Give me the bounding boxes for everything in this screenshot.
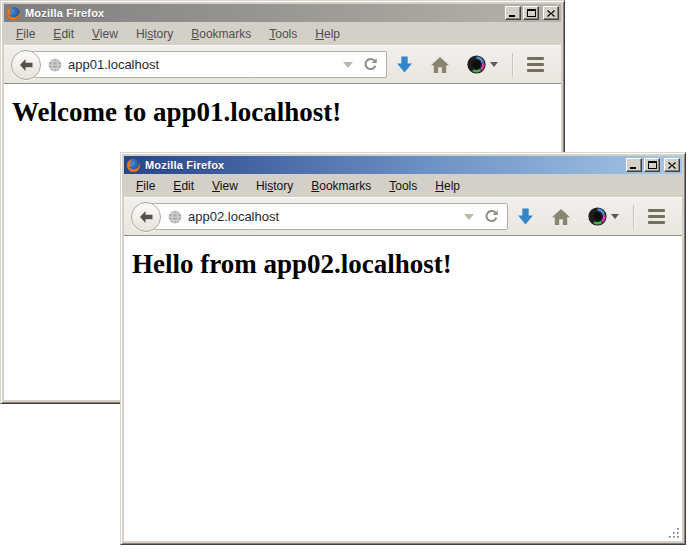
menu-history[interactable]: History xyxy=(247,177,302,196)
resize-grip[interactable] xyxy=(667,526,681,540)
menu-bookmarks[interactable]: Bookmarks xyxy=(182,25,260,44)
back-button[interactable] xyxy=(131,202,161,232)
urlbar-dropdown-icon[interactable] xyxy=(343,62,353,68)
minimize-button[interactable] xyxy=(626,158,642,172)
back-arrow-icon xyxy=(139,210,154,224)
menu-button[interactable] xyxy=(639,199,674,235)
reload-icon xyxy=(484,209,499,224)
reload-icon xyxy=(363,57,378,72)
urlbar-dropdown-icon[interactable] xyxy=(464,214,474,220)
back-button[interactable] xyxy=(11,50,41,80)
home-button[interactable] xyxy=(422,47,458,83)
download-arrow-icon xyxy=(517,208,534,226)
titlebar[interactable]: Mozilla Firefox xyxy=(4,4,561,22)
menu-edit[interactable]: Edit xyxy=(44,25,83,44)
maximize-button[interactable] xyxy=(644,158,660,172)
downloads-button[interactable] xyxy=(508,199,543,235)
menu-help[interactable]: Help xyxy=(426,177,469,196)
back-arrow-icon xyxy=(19,58,34,72)
toolbar-separator xyxy=(512,53,513,77)
menu-tools[interactable]: Tools xyxy=(380,177,426,196)
maximize-button[interactable] xyxy=(523,6,539,20)
chevron-down-icon xyxy=(490,62,498,67)
window-title: Mozilla Firefox xyxy=(145,159,622,171)
content-area: Hello from app02.localhost! xyxy=(124,236,682,541)
home-icon xyxy=(431,57,449,73)
hamburger-icon xyxy=(527,57,544,72)
search-engine-icon xyxy=(467,55,486,74)
firefox-icon xyxy=(6,6,21,21)
navigation-toolbar: app01.localhost xyxy=(4,45,561,84)
menu-help[interactable]: Help xyxy=(306,25,349,44)
download-arrow-icon xyxy=(396,56,413,74)
menu-view[interactable]: View xyxy=(203,177,247,196)
site-identity-globe-icon[interactable] xyxy=(168,210,182,224)
hamburger-icon xyxy=(648,209,665,224)
browser-window-app02: Mozilla Firefox File Edit View History B… xyxy=(120,152,686,545)
minimize-button[interactable] xyxy=(505,6,521,20)
search-engine-button[interactable] xyxy=(458,47,507,83)
menubar: File Edit View History Bookmarks Tools H… xyxy=(124,174,682,197)
window-title: Mozilla Firefox xyxy=(25,7,501,19)
menu-edit[interactable]: Edit xyxy=(164,177,203,196)
page-heading: Welcome to app01.localhost! xyxy=(12,97,561,128)
close-button[interactable] xyxy=(664,158,680,172)
search-engine-icon xyxy=(588,207,607,226)
menu-button[interactable] xyxy=(518,47,553,83)
search-engine-button[interactable] xyxy=(579,199,628,235)
menu-tools[interactable]: Tools xyxy=(260,25,306,44)
menu-file[interactable]: File xyxy=(7,25,44,44)
navigation-toolbar: app02.localhost xyxy=(124,197,682,236)
firefox-icon xyxy=(126,158,141,173)
url-text[interactable]: app02.localhost xyxy=(188,209,458,224)
close-button[interactable] xyxy=(543,6,559,20)
reload-button[interactable] xyxy=(482,205,501,229)
page-heading: Hello from app02.localhost! xyxy=(132,249,682,280)
chevron-down-icon xyxy=(611,214,619,219)
reload-button[interactable] xyxy=(361,53,380,77)
home-button[interactable] xyxy=(543,199,579,235)
site-identity-globe-icon[interactable] xyxy=(48,58,62,72)
menubar: File Edit View History Bookmarks Tools H… xyxy=(4,22,561,45)
downloads-button[interactable] xyxy=(387,47,422,83)
home-icon xyxy=(552,209,570,225)
menu-history[interactable]: History xyxy=(127,25,182,44)
titlebar[interactable]: Mozilla Firefox xyxy=(124,156,682,174)
url-bar[interactable]: app02.localhost xyxy=(145,203,508,230)
toolbar-separator xyxy=(633,205,634,229)
url-text[interactable]: app01.localhost xyxy=(68,57,337,72)
menu-bookmarks[interactable]: Bookmarks xyxy=(302,177,380,196)
menu-view[interactable]: View xyxy=(83,25,127,44)
url-bar[interactable]: app01.localhost xyxy=(25,51,387,78)
menu-file[interactable]: File xyxy=(127,177,164,196)
